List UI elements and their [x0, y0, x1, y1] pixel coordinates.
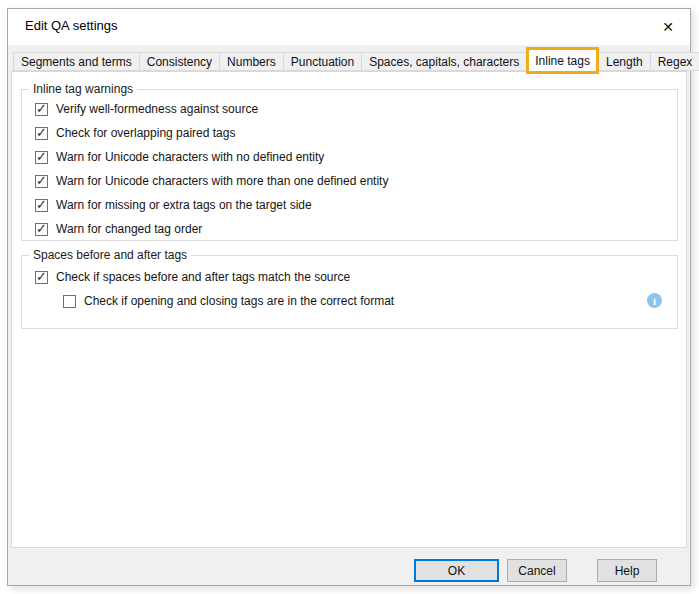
tab-label: Length: [606, 55, 643, 69]
tab-segments-and-terms[interactable]: Segments and terms: [13, 52, 140, 71]
checkbox-row-changed-tag-order[interactable]: Warn for changed tag order: [22, 217, 677, 241]
tab-label: Numbers: [227, 55, 276, 69]
info-icon[interactable]: i: [647, 293, 662, 308]
checkbox-row-verify-well-formedness[interactable]: Verify well-formedness against source: [22, 97, 677, 121]
tab-strip: Segments and terms Consistency Numbers P…: [13, 52, 685, 71]
checkbox[interactable]: [35, 103, 48, 116]
checkbox[interactable]: [35, 199, 48, 212]
checkbox-row-missing-extra-tags[interactable]: Warn for missing or extra tags on the ta…: [22, 193, 677, 217]
checkbox[interactable]: [35, 151, 48, 164]
edit-qa-settings-dialog: Edit QA settings ✕ Segments and terms Co…: [7, 8, 691, 586]
inline-tags-tab-page: Inline tag warnings Verify well-formedne…: [11, 71, 687, 548]
tab-label: Regex: [658, 55, 693, 69]
checkbox-label: Warn for changed tag order: [56, 222, 202, 236]
dialog-title: Edit QA settings: [25, 18, 118, 33]
checkbox[interactable]: [35, 271, 48, 284]
tab-punctuation[interactable]: Punctuation: [283, 52, 362, 71]
tab-consistency[interactable]: Consistency: [139, 52, 220, 71]
inline-tag-warnings-group: Inline tag warnings Verify well-formedne…: [21, 89, 678, 241]
checkbox[interactable]: [63, 295, 76, 308]
checkbox-row-unicode-no-entity[interactable]: Warn for Unicode characters with no defi…: [22, 145, 677, 169]
checkbox-label: Check if spaces before and after tags ma…: [56, 270, 350, 284]
spaces-before-after-tags-group: Spaces before and after tags Check if sp…: [21, 255, 678, 329]
tab-regex[interactable]: Regex: [650, 52, 699, 71]
checkbox[interactable]: [35, 127, 48, 140]
tab-inline-tags[interactable]: Inline tags: [526, 47, 599, 74]
checkbox-label: Warn for missing or extra tags on the ta…: [56, 198, 312, 212]
tab-label: Consistency: [147, 55, 212, 69]
checkbox-row-overlapping-paired-tags[interactable]: Check for overlapping paired tags: [22, 121, 677, 145]
group-legend: Spaces before and after tags: [29, 248, 191, 262]
checkbox-label: Check for overlapping paired tags: [56, 126, 235, 140]
screen: Edit QA settings ✕ Segments and terms Co…: [0, 0, 699, 594]
checkbox[interactable]: [35, 175, 48, 188]
tab-length[interactable]: Length: [598, 52, 651, 71]
close-button[interactable]: ✕: [655, 15, 681, 39]
help-button[interactable]: Help: [597, 559, 657, 582]
checkbox-label: Check if opening and closing tags are in…: [84, 294, 394, 308]
cancel-button[interactable]: Cancel: [507, 559, 567, 582]
ok-button[interactable]: OK: [414, 559, 499, 582]
checkbox-row-opening-closing-format[interactable]: Check if opening and closing tags are in…: [22, 289, 677, 313]
tab-label: Segments and terms: [21, 55, 132, 69]
tab-spaces-capitals-characters[interactable]: Spaces, capitals, characters: [361, 52, 527, 71]
checkbox-label: Verify well-formedness against source: [56, 102, 258, 116]
footer: OK Cancel Help: [8, 548, 690, 585]
group-legend: Inline tag warnings: [29, 82, 137, 96]
checkbox-row-unicode-multiple-entities[interactable]: Warn for Unicode characters with more th…: [22, 169, 677, 193]
close-icon: ✕: [662, 19, 674, 35]
titlebar: Edit QA settings ✕: [8, 9, 690, 45]
tab-label: Punctuation: [291, 55, 354, 69]
tab-numbers[interactable]: Numbers: [219, 52, 284, 71]
checkbox-row-spaces-match-source[interactable]: Check if spaces before and after tags ma…: [22, 265, 677, 289]
tab-label: Inline tags: [535, 54, 590, 68]
tab-label: Spaces, capitals, characters: [369, 55, 519, 69]
checkbox-label: Warn for Unicode characters with no defi…: [56, 150, 324, 164]
checkbox[interactable]: [35, 223, 48, 236]
checkbox-label: Warn for Unicode characters with more th…: [56, 174, 388, 188]
